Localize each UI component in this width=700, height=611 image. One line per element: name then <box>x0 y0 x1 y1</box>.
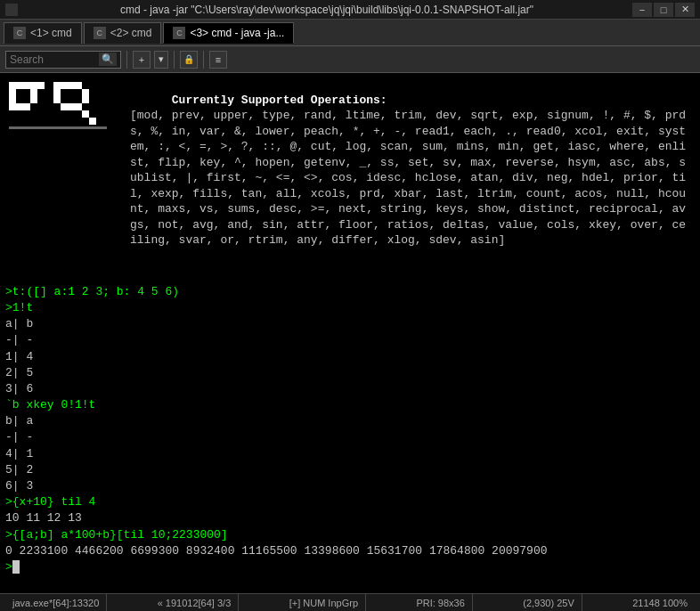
window-title: cmd - java -jar "C:\Users\ray\dev\worksp… <box>21 4 632 16</box>
terminal-output[interactable]: >t:([] a:1 2 3; b: 4 5 6) >1!t a| b -| -… <box>0 265 700 611</box>
svg-rect-5 <box>23 103 30 110</box>
svg-rect-1 <box>9 89 16 96</box>
title-icon <box>5 4 18 16</box>
status-position: « 191012[64] 3/3 <box>151 594 240 611</box>
cmd-line-4: >{x+10} til 4 <box>5 495 95 509</box>
svg-rect-13 <box>82 96 89 103</box>
svg-rect-10 <box>68 82 75 89</box>
toolbar-separator-2 <box>174 51 175 69</box>
svg-rect-27 <box>9 126 107 129</box>
status-insert: [+] NUM InpGrp <box>282 594 366 611</box>
svg-rect-3 <box>9 103 16 110</box>
operations-header: Currently Supported Operations: <box>172 94 387 107</box>
svg-rect-19 <box>61 89 68 96</box>
status-coords-text: (2,930) 25V <box>523 598 574 608</box>
status-position-text: « 191012[64] 3/3 <box>158 598 232 608</box>
status-process-text: java.exe*[64]:13320 <box>12 598 99 608</box>
svg-rect-24 <box>75 103 82 110</box>
status-bar: java.exe*[64]:13320 « 191012[64] 3/3 [+]… <box>0 593 700 611</box>
logo-area <box>0 73 125 162</box>
svg-rect-16 <box>61 103 68 110</box>
svg-rect-21 <box>75 89 82 96</box>
svg-rect-25 <box>82 110 89 118</box>
output-line-1: 10 11 12 13 <box>5 511 82 525</box>
svg-rect-6 <box>30 96 37 103</box>
operations-list: [mod, prev, upper, type, rand, ltime, tr… <box>130 109 686 247</box>
svg-rect-22 <box>61 96 68 103</box>
cmd-line-3: `b xkey 0!1!t <box>5 398 95 411</box>
tab-2[interactable]: C <2> cmd <box>84 22 162 44</box>
toolbar-separator-1 <box>126 51 127 69</box>
search-input[interactable] <box>10 53 99 66</box>
tab-1-label: <1> cmd <box>30 27 72 39</box>
svg-rect-20 <box>68 89 75 96</box>
window-controls: − □ ✕ <box>632 3 695 17</box>
toolbar: 🔍 + ▾ 🔒 ≡ <box>0 46 700 73</box>
svg-rect-23 <box>68 96 75 103</box>
tab-2-label: <2> cmd <box>110 27 152 39</box>
title-bar: cmd - java -jar "C:\Users\ray\dev\worksp… <box>0 0 700 20</box>
add-tab-button[interactable]: + <box>133 51 151 69</box>
search-box[interactable]: 🔍 <box>5 51 121 69</box>
svg-rect-17 <box>53 96 61 103</box>
status-process: java.exe*[64]:13320 <box>5 594 107 611</box>
svg-rect-8 <box>53 82 61 89</box>
tab-2-icon: C <box>94 27 106 39</box>
cmd-line-2: >1!t <box>5 301 33 314</box>
lock-button[interactable]: 🔒 <box>180 51 198 69</box>
cmd-line-1: >t:([] a:1 2 3; b: 4 5 6) <box>5 285 179 298</box>
status-insert-text: [+] NUM InpGrp <box>289 598 358 608</box>
logo-svg <box>0 73 125 162</box>
toolbar-separator-3 <box>203 51 204 69</box>
settings-button[interactable]: ≡ <box>209 51 227 69</box>
svg-rect-15 <box>68 103 75 110</box>
tab-bar: C <1> cmd C <2> cmd C <3> cmd - java -ja… <box>0 20 700 46</box>
cursor-prompt: > <box>5 560 12 574</box>
svg-rect-9 <box>61 82 68 89</box>
svg-rect-11 <box>75 82 82 89</box>
svg-rect-0 <box>9 82 45 89</box>
output-table-2: b| a -| - 4| 1 5| 2 6| 3 <box>5 414 33 493</box>
cursor-block <box>12 560 20 574</box>
close-button[interactable]: ✕ <box>675 3 695 17</box>
output-line-2: 0 2233100 4466200 6699300 8932400 111655… <box>5 544 548 558</box>
minimize-button[interactable]: − <box>632 3 652 17</box>
dropdown-button[interactable]: ▾ <box>154 51 168 69</box>
svg-rect-18 <box>53 89 61 96</box>
tab-3-icon: C <box>173 27 185 39</box>
top-section: Currently Supported Operations: [mod, pr… <box>0 73 700 265</box>
status-priority: PRI: 98x36 <box>409 594 472 611</box>
tab-1[interactable]: C <1> cmd <box>4 22 82 44</box>
status-size-text: 21148 100% <box>632 598 688 608</box>
svg-rect-4 <box>16 103 23 110</box>
tab-3-label: <3> cmd - java -ja... <box>190 27 284 39</box>
search-button[interactable]: 🔍 <box>99 53 117 66</box>
operations-section: Currently Supported Operations: [mod, pr… <box>125 73 700 265</box>
content-area: Currently Supported Operations: [mod, pr… <box>0 73 700 611</box>
status-size: 21148 100% <box>625 594 695 611</box>
status-coords: (2,930) 25V <box>516 594 582 611</box>
cmd-line-5: >{[a;b] a*100+b}[til 10;2233000] <box>5 528 228 542</box>
maximize-button[interactable]: □ <box>654 3 673 17</box>
svg-rect-7 <box>30 89 37 96</box>
svg-rect-2 <box>9 96 16 103</box>
svg-rect-26 <box>89 118 96 125</box>
status-priority-text: PRI: 98x36 <box>416 598 464 608</box>
output-table-1: a| b -| - 1| 4 2| 5 3| 6 <box>5 317 33 395</box>
tab-1-icon: C <box>13 27 26 39</box>
svg-rect-12 <box>82 89 89 96</box>
tab-3[interactable]: C <3> cmd - java -ja... <box>163 22 294 44</box>
